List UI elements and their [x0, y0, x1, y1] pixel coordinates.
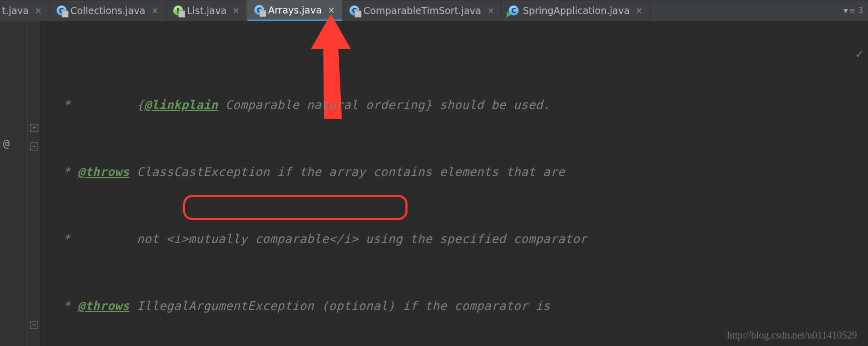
close-icon[interactable]: × [233, 6, 240, 16]
class-icon: C [349, 6, 359, 16]
tabbar-spacer [650, 0, 838, 21]
tab-4-label: ComparableTimSort.java [363, 5, 481, 16]
overflow-count: 3 [858, 6, 863, 15]
code-area[interactable]: * {@linkplain Comparable natural orderin… [41, 21, 868, 346]
inspection-ok-icon[interactable]: ✓ [856, 47, 863, 61]
override-marker-icon[interactable]: @ [3, 137, 10, 150]
tab-2-label: List.java [187, 5, 227, 16]
tab-comparabletimsort[interactable]: C ComparableTimSort.java × [342, 0, 502, 21]
lock-icon [62, 10, 69, 18]
tab-3-label: Arrays.java [268, 4, 322, 16]
annotation-highlight-box [183, 195, 407, 220]
lock-icon [259, 10, 266, 17]
watermark: http://blog.csdn.net/u011410529 [727, 330, 857, 341]
list-icon: ≡ [849, 6, 855, 15]
close-icon[interactable]: × [35, 6, 42, 16]
fold-collapse-icon[interactable] [30, 142, 38, 150]
lock-icon [354, 10, 361, 18]
tab-0-label: t.java [2, 5, 29, 16]
close-icon[interactable]: × [151, 6, 158, 16]
code-editor[interactable]: @ * {@linkplain Comparable natural order… [0, 21, 868, 346]
editor-tabbar: t.java × C Collections.java × I List.jav… [0, 0, 868, 21]
dropdown-icon: ▾ [843, 6, 846, 16]
tab-0[interactable]: t.java × [0, 0, 50, 21]
code-line: * @throws IllegalArgumentException (opti… [41, 298, 868, 315]
class-icon: C [57, 6, 67, 16]
tabbar-overflow[interactable]: ▾ ≡ 3 [838, 0, 868, 21]
tab-springapplication[interactable]: C SpringApplication.java × [502, 0, 650, 21]
interface-icon: I [173, 6, 183, 16]
tab-collections[interactable]: C Collections.java × [50, 0, 166, 21]
tab-1-label: Collections.java [71, 5, 146, 16]
class-icon: C [254, 5, 264, 15]
close-icon[interactable]: × [636, 6, 643, 16]
close-icon[interactable]: × [328, 5, 335, 15]
tab-arrays[interactable]: C Arrays.java × [247, 0, 342, 21]
tab-5-label: SpringApplication.java [523, 5, 629, 16]
lock-icon [178, 10, 185, 18]
class-icon: C [509, 6, 519, 16]
fold-expand-icon[interactable] [30, 124, 38, 132]
gutter[interactable]: @ [0, 21, 28, 346]
tab-list[interactable]: I List.java × [166, 0, 247, 21]
fold-strip[interactable] [28, 21, 41, 346]
close-icon[interactable]: × [487, 6, 494, 16]
code-line: * @throws ClassCastException if the arra… [41, 164, 868, 181]
play-icon [507, 12, 511, 18]
fold-collapse-icon[interactable] [30, 321, 38, 329]
code-line: * {@linkplain Comparable natural orderin… [41, 97, 868, 114]
code-line: * not <i>mutually comparable</i> using t… [41, 231, 868, 248]
